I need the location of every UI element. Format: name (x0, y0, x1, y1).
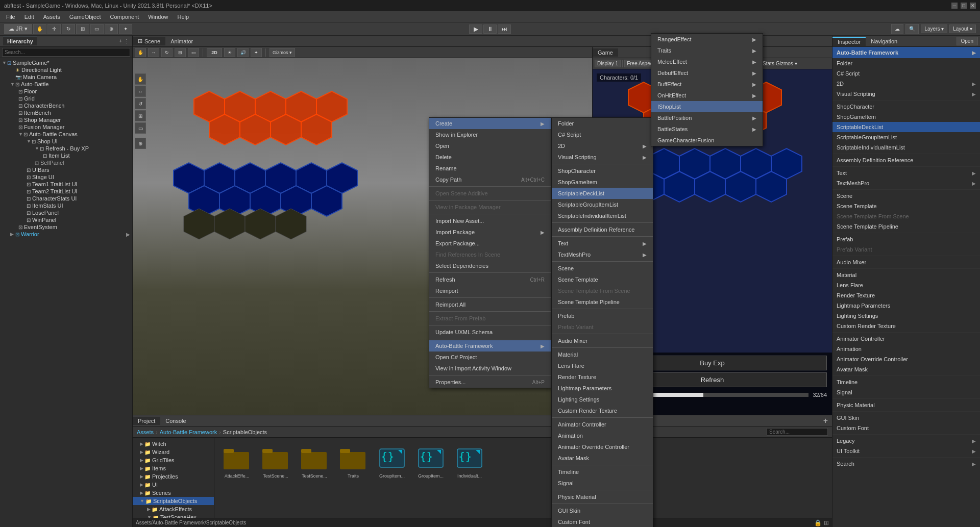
custom-tool[interactable]: ✦ (119, 24, 132, 34)
breadcrumb-assets[interactable]: Assets (137, 429, 154, 435)
sub2-ishoplist[interactable]: IShopList (651, 101, 763, 112)
inspector-lens-flare[interactable]: Lens Flare (832, 280, 980, 290)
sub-scriptableindividualitemlist[interactable]: ScriptableIndividualItemList (552, 210, 653, 221)
inspector-assembly-def-ref[interactable]: Assembly Definition Reference (832, 155, 980, 165)
sub-lightmap-params[interactable]: Lightmap Parameters (552, 383, 653, 394)
asset-tree-testszenehex[interactable]: ▼ 📁TestSceneHex (133, 513, 214, 518)
asset-tree-items[interactable]: ▶ 📁Items (133, 464, 214, 472)
inspector-lighting-settings[interactable]: Lighting Settings (832, 311, 980, 321)
asset-tree-witch[interactable]: ▶ 📁Witch (133, 440, 214, 448)
sub-visual-scripting[interactable]: Visual Scripting ▶ (552, 152, 653, 163)
sub-textmeshpro[interactable]: TextMeshPro ▶ (552, 249, 653, 260)
transform-tool[interactable]: ⊕ (105, 24, 118, 34)
hier-uibars[interactable]: ⊡ UIBars (0, 166, 132, 173)
ctx-import-package[interactable]: Import Package ▶ (429, 227, 551, 238)
scene-light-btn[interactable]: ☀ (224, 48, 235, 57)
sub2-battleposition[interactable]: BattlePosition ▶ (651, 112, 763, 123)
ctx-properties[interactable]: Properties... Alt+P (429, 377, 551, 388)
sub2-buffeffect[interactable]: BuffEffect ▶ (651, 79, 763, 90)
ctx-select-dependencies[interactable]: Select Dependencies (429, 260, 551, 271)
hierarchy-options-button[interactable]: ⋮ (124, 38, 129, 44)
pause-button[interactable]: ⏸ (483, 24, 497, 34)
hier-sell-panel[interactable]: ⊡ SellPanel (0, 159, 132, 166)
menu-file[interactable]: File (2, 13, 19, 21)
ctx-auto-battle-framework[interactable]: Auto-Battle Framework ▶ (429, 340, 551, 352)
scene-move-btn[interactable]: ↔ (148, 48, 159, 57)
hier-fusion-manager[interactable]: ⊡ Fusion Manager (0, 123, 132, 131)
hier-team2-traitlist[interactable]: ⊡ Team2 TraitList UI (0, 188, 132, 195)
hier-lose-panel[interactable]: ⊡ LosePanel (0, 209, 132, 216)
ctx-import-new-asset[interactable]: Import New Asset... (429, 215, 551, 227)
inspector-timeline[interactable]: Timeline (832, 377, 980, 387)
sub-csharp-script[interactable]: C# Script (552, 129, 653, 140)
sub-folder[interactable]: Folder (552, 118, 653, 129)
inspector-avatar-mask[interactable]: Avatar Mask (832, 364, 980, 374)
scene-fx-btn[interactable]: ✦ (251, 48, 262, 57)
tab-hierarchy[interactable]: Hierarchy (3, 37, 37, 45)
hier-auto-battle[interactable]: ▼ ⊡ Auto-Battle (0, 81, 132, 88)
scene-rotate-btn[interactable]: ↻ (161, 48, 173, 57)
sub-lens-flare[interactable]: Lens Flare (552, 360, 653, 371)
menu-window[interactable]: Window (144, 13, 172, 21)
rotate-tool[interactable]: ↻ (62, 24, 75, 34)
ctx-delete[interactable]: Delete (429, 152, 551, 163)
cloud-button[interactable]: ☁ (891, 24, 903, 34)
tab-animator[interactable]: Animator (165, 37, 198, 45)
sub-material[interactable]: Material (552, 349, 653, 360)
inspector-scene-template[interactable]: Scene Template (832, 201, 980, 211)
hier-main-camera[interactable]: 📷 Main Camera (0, 73, 132, 81)
sub-timeline[interactable]: Timeline (552, 466, 653, 478)
sub-audio-mixer[interactable]: Audio Mixer (552, 335, 653, 346)
game-stats-button[interactable]: Stats (763, 61, 774, 66)
hier-warrior[interactable]: ▶ ⊡ Warrior ▶ (0, 231, 132, 238)
inspector-abf-header[interactable]: Auto-Battle Framework ▶ (832, 47, 980, 58)
inspector-animator-controller[interactable]: Animator Controller (832, 334, 980, 344)
inspector-render-texture[interactable]: Render Texture (832, 290, 980, 300)
hierarchy-search-input[interactable] (2, 48, 130, 57)
sub-scriptablegroupitemlist[interactable]: ScriptableGroupItemList (552, 199, 653, 210)
breadcrumb-scriptableobjects[interactable]: ScriptableObjects (223, 429, 267, 435)
hier-shop-manager[interactable]: ⊡ Shop Manager (0, 116, 132, 123)
inspector-textmeshpro[interactable]: TextMeshPro ▶ (832, 178, 980, 188)
hier-characterstats-ui[interactable]: ⊡ CharacterStats UI (0, 195, 132, 202)
scene-audio-btn[interactable]: 🔊 (237, 48, 249, 57)
scene-gizmo-6[interactable]: ⊕ (135, 138, 146, 149)
inspector-scene-template-pipeline[interactable]: Scene Template Pipeline (832, 221, 980, 232)
inspector-scriptablegroupitemlist[interactable]: ScriptableGroupItemList (832, 132, 980, 142)
menu-help[interactable]: Help (173, 13, 193, 21)
hier-itemstats-ui[interactable]: ⊡ ItemStats UI (0, 202, 132, 209)
inspector-lightmap-parameters[interactable]: Lightmap Parameters (832, 300, 980, 311)
asset-tree-ui[interactable]: ▶ 📁UI (133, 481, 214, 489)
scene-gizmo-2[interactable]: ↔ (135, 86, 146, 97)
hier-grid[interactable]: ⊡ Grid (0, 95, 132, 102)
asset-groupitem1[interactable]: {} GroupItem... (374, 442, 410, 481)
ctx-export-package[interactable]: Export Package... (429, 238, 551, 249)
inspector-open-button[interactable]: Open (957, 37, 978, 45)
menu-component[interactable]: Component (106, 13, 143, 21)
sub-text[interactable]: Text ▶ (552, 238, 653, 249)
sub-custom-render-texture[interactable]: Custom Render Texture (552, 405, 653, 416)
sub2-gamecharacterfusion[interactable]: GameCharacterFusion (651, 135, 763, 146)
bottom-add-button[interactable]: + (823, 417, 828, 425)
inspector-custom-font[interactable]: Custom Font (832, 423, 980, 433)
inspector-2d[interactable]: 2D ▶ (832, 79, 980, 89)
inspector-audio-mixer[interactable]: Audio Mixer (832, 257, 980, 267)
inspector-animation[interactable]: Animation (832, 344, 980, 354)
minimize-button[interactable]: ─ (951, 3, 958, 9)
hierarchy-add-button[interactable]: + (119, 38, 122, 44)
asset-tree-wizard[interactable]: ▶ 📁Wizard (133, 448, 214, 456)
asset-testscene2[interactable]: TestScene... (296, 442, 333, 481)
game-display-dropdown[interactable]: Display 1 (595, 60, 621, 67)
menu-edit[interactable]: Edit (20, 13, 38, 21)
breadcrumb-framework[interactable]: Auto-Battle Framework (160, 429, 217, 435)
tab-navigation[interactable]: Navigation (866, 37, 902, 45)
scale-tool[interactable]: ⊞ (76, 24, 89, 34)
asset-testscene1[interactable]: TestScene... (257, 442, 294, 481)
hier-refresh-buy-xp[interactable]: ▼ ⊡ Refresh - Buy XP (0, 145, 132, 152)
scene-gizmo-5[interactable]: ▭ (135, 122, 146, 134)
tab-scene[interactable]: ⊞ Scene (133, 37, 165, 45)
sub-scriptabledecklist[interactable]: ScriptableDeckList (552, 188, 653, 199)
asset-groupitem2[interactable]: {} GroupItem... (412, 442, 449, 481)
ctx-reimport[interactable]: Reimport (429, 285, 551, 296)
inspector-scene[interactable]: Scene (832, 191, 980, 201)
